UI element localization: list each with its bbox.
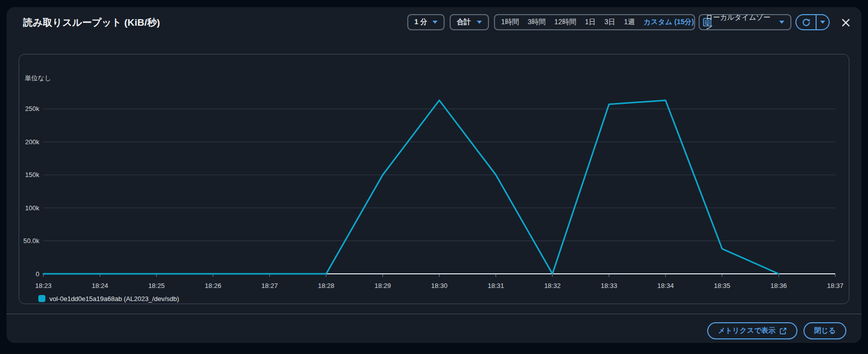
time-range-1h[interactable]: 1時間 [501,18,519,27]
svg-text:150k: 150k [25,171,40,179]
legend-series-label[interactable]: vol-0e1dd0e15a19a68ab (AL2023_/dev/sdb) [49,295,179,303]
chart-container: 単位なし 050.0k100k150k200k250k18:2318:2418:… [19,54,849,304]
dialog-title: 読み取りスループット (KiB/秒) [23,16,160,29]
time-range-1w[interactable]: 1週 [624,18,635,27]
view-in-metrics-label: メトリクスで表示 [718,326,775,335]
time-range-segmented-control: 1時間 3時間 12時間 1日 3日 1週 カスタム (15分) [494,14,695,30]
legend-series-marker[interactable] [38,295,45,302]
refresh-button[interactable] [796,15,816,29]
metric-detail-dialog: 読み取りスループット (KiB/秒) 1 分 合計 1時間 3時間 12時間 1… [7,7,861,343]
svg-text:18:26: 18:26 [205,282,221,289]
refresh-icon [802,18,811,27]
svg-text:18:35: 18:35 [714,282,730,289]
svg-text:18:30: 18:30 [431,282,448,289]
statistic-dropdown[interactable]: 合計 [450,14,489,30]
close-icon [841,18,851,28]
period-dropdown-label: 1 分 [414,18,427,27]
svg-text:100k: 100k [25,204,40,212]
time-range-custom[interactable]: カスタム (15分) [644,18,694,27]
svg-text:18:34: 18:34 [657,282,674,289]
dialog-footer: メトリクスで表示 閉じる [7,314,861,339]
time-range-1d[interactable]: 1日 [585,18,596,27]
svg-text:18:32: 18:32 [544,282,561,289]
svg-text:18:25: 18:25 [148,282,165,289]
svg-text:18:24: 18:24 [92,282,108,289]
chevron-down-icon [477,21,482,24]
view-in-metrics-button[interactable]: メトリクスで表示 [707,322,797,339]
svg-text:18:27: 18:27 [262,282,278,289]
svg-text:50.0k: 50.0k [23,237,39,245]
svg-text:18:28: 18:28 [318,282,335,289]
statistic-dropdown-label: 合計 [457,18,471,27]
time-range-3d[interactable]: 3日 [604,18,615,27]
chevron-down-icon [779,21,784,24]
close-dialog-button[interactable] [836,15,856,31]
external-link-icon [779,327,787,335]
refresh-options-button[interactable] [816,15,829,29]
chart-legend: vol-0e1dd0e15a19a68ab (AL2023_/dev/sdb) [38,293,179,304]
refresh-split-button [795,14,830,30]
time-range-12h[interactable]: 12時間 [554,18,577,27]
timezone-dropdown[interactable]: ローカルタイムゾーン [699,14,791,30]
svg-text:0: 0 [36,270,39,278]
svg-text:18:23: 18:23 [35,282,52,289]
svg-text:18:31: 18:31 [487,282,504,289]
chevron-down-icon [432,21,438,24]
page-background: { "dialog": { "title": "読み取りスループット (KiB/… [0,0,868,354]
close-button-label: 閉じる [814,326,836,335]
svg-text:200k: 200k [25,138,40,146]
svg-text:18:33: 18:33 [601,282,617,289]
timezone-dropdown-label: ローカルタイムゾーン [706,13,774,31]
time-range-3h[interactable]: 3時間 [528,18,546,27]
svg-text:250k: 250k [25,105,40,112]
period-dropdown[interactable]: 1 分 [407,14,445,30]
chevron-down-icon [820,21,825,24]
svg-text:18:37: 18:37 [827,282,844,289]
svg-text:18:29: 18:29 [375,282,391,289]
throughput-line-chart[interactable]: 050.0k100k150k200k250k18:2318:2418:2518:… [19,54,849,292]
svg-text:18:36: 18:36 [771,282,787,289]
close-button[interactable]: 閉じる [803,322,846,339]
